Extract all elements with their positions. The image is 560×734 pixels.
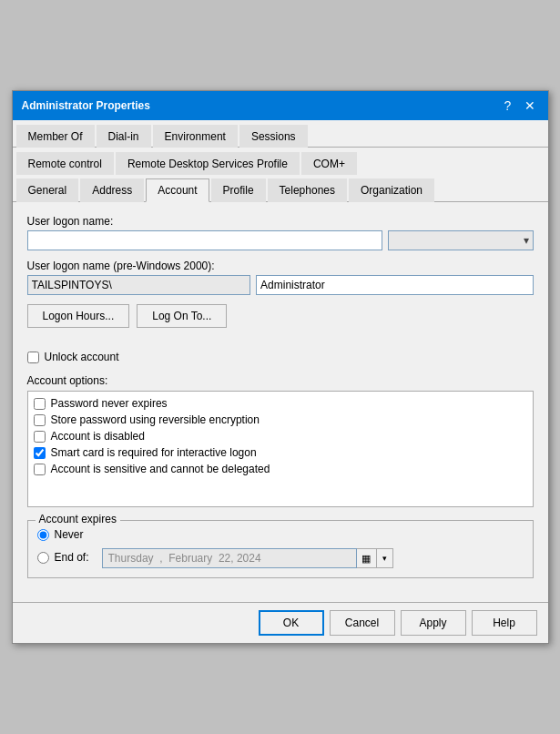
tab-sessions[interactable]: Sessions: [239, 125, 308, 148]
pre2000-row: [27, 275, 534, 295]
option-extra-label: Account is sensitive and cannot be deleg…: [51, 463, 270, 475]
date-picker: ▦ ▾: [102, 548, 393, 568]
dropdown-arrow-icon: ▾: [524, 234, 529, 247]
pre2000-label: User logon name (pre-Windows 2000):: [27, 260, 534, 272]
log-on-to-button[interactable]: Log On To...: [137, 304, 227, 328]
dialog-title: Administrator Properties: [22, 99, 150, 112]
logon-buttons-row: Logon Hours... Log On To...: [27, 304, 534, 328]
help-button[interactable]: Help: [472, 610, 537, 636]
tab-dial-in[interactable]: Dial-in: [97, 125, 151, 148]
unlock-account-label: Unlock account: [45, 351, 119, 363]
option-pwd-never-expires-checkbox[interactable]: [34, 398, 46, 410]
option-store-pwd-reversible-checkbox[interactable]: [34, 414, 46, 426]
tab-remote-control[interactable]: Remote control: [16, 152, 114, 175]
tabs-row2-container: Remote control Remote Desktop Services P…: [13, 148, 548, 174]
tabs-row3: General Address Account Profile Telephon…: [16, 174, 545, 201]
domain-dropdown[interactable]: ▾: [388, 230, 534, 250]
tab-environment[interactable]: Environment: [153, 125, 238, 148]
apply-button[interactable]: Apply: [401, 610, 466, 636]
help-title-button[interactable]: ?: [499, 97, 517, 115]
tabs-row1: Member Of Dial-in Environment Sessions: [16, 120, 545, 147]
main-content: User logon name: ▾ User logon name (pre-…: [13, 202, 548, 602]
tabs-row2: Remote control Remote Desktop Services P…: [16, 148, 545, 174]
tab-address[interactable]: Address: [80, 178, 144, 202]
never-radio[interactable]: [37, 529, 49, 541]
logon-hours-button[interactable]: Logon Hours...: [27, 304, 130, 328]
tab-general[interactable]: General: [16, 178, 79, 202]
account-options-list[interactable]: Password never expires Store password us…: [27, 391, 534, 507]
tab-telephones[interactable]: Telephones: [268, 178, 347, 202]
tab-account[interactable]: Account: [146, 178, 209, 202]
option-pwd-never-expires: Password never expires: [34, 395, 527, 412]
tab-profile[interactable]: Profile: [211, 178, 266, 202]
option-smart-card-required-checkbox[interactable]: [34, 447, 46, 459]
user-logon-label: User logon name:: [27, 215, 534, 228]
tab-com-plus[interactable]: COM+: [301, 152, 357, 175]
end-of-radio-row: End of: ▦ ▾: [37, 546, 524, 568]
account-options-label: Account options:: [27, 374, 534, 387]
tabs-row1-container: Member Of Dial-in Environment Sessions: [13, 120, 548, 148]
ok-button[interactable]: OK: [259, 610, 324, 636]
never-label: Never: [55, 528, 84, 541]
bottom-bar: OK Cancel Apply Help: [13, 602, 548, 643]
domain-prefix-input[interactable]: [27, 275, 251, 295]
title-bar: Administrator Properties ? ✕: [13, 91, 548, 120]
title-bar-controls: ? ✕: [499, 97, 539, 115]
date-dropdown-button[interactable]: ▾: [377, 548, 393, 568]
option-account-disabled-checkbox[interactable]: [34, 431, 46, 443]
option-extra-checkbox[interactable]: [34, 464, 46, 475]
administrator-properties-dialog: Administrator Properties ? ✕ Member Of D…: [12, 90, 549, 644]
tab-member-of[interactable]: Member Of: [16, 125, 95, 148]
option-smart-card-required: Smart card is required for interactive l…: [34, 444, 527, 461]
tab-organization[interactable]: Organization: [349, 178, 434, 202]
date-input[interactable]: [102, 548, 357, 568]
username-input[interactable]: [256, 275, 533, 295]
option-account-disabled: Account is disabled: [34, 428, 527, 444]
option-smart-card-required-label: Smart card is required for interactive l…: [51, 446, 257, 459]
unlock-account-row: Unlock account: [27, 351, 534, 363]
tab-remote-desktop[interactable]: Remote Desktop Services Profile: [116, 152, 300, 175]
end-of-label: End of:: [55, 551, 89, 564]
cancel-button[interactable]: Cancel: [330, 610, 395, 636]
close-title-button[interactable]: ✕: [521, 97, 539, 115]
user-logon-input[interactable]: [27, 230, 382, 250]
account-expires-group: Account expires Never End of: ▦ ▾: [27, 520, 534, 578]
option-extra: Account is sensitive and cannot be deleg…: [34, 461, 527, 477]
option-account-disabled-label: Account is disabled: [51, 430, 145, 443]
unlock-account-checkbox[interactable]: [27, 352, 39, 363]
calendar-button[interactable]: ▦: [357, 548, 377, 568]
end-of-radio[interactable]: [37, 552, 49, 564]
option-store-pwd-reversible: Store password using reversible encrypti…: [34, 412, 527, 428]
option-pwd-never-expires-label: Password never expires: [51, 397, 168, 410]
user-logon-row: ▾: [27, 230, 534, 250]
tabs-row3-container: General Address Account Profile Telephon…: [13, 174, 548, 202]
account-expires-legend: Account expires: [36, 513, 120, 525]
never-radio-row: Never: [37, 528, 524, 541]
option-store-pwd-reversible-label: Store password using reversible encrypti…: [51, 413, 260, 426]
separator1: [27, 339, 534, 340]
